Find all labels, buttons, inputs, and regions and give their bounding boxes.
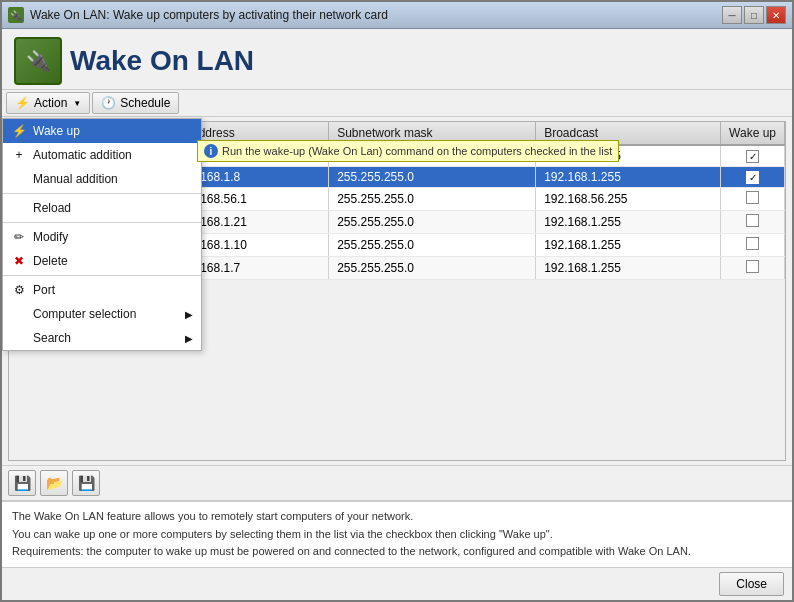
search-submenu-icon: ▶ <box>185 333 193 344</box>
menu-item-manual-addition[interactable]: Manual addition <box>3 167 201 191</box>
export-button[interactable]: 💾 <box>72 470 100 496</box>
menu-delete-label: Delete <box>33 254 68 268</box>
status-bar: The Wake On LAN feature allows you to re… <box>2 501 792 567</box>
status-line1: The Wake On LAN feature allows you to re… <box>12 508 782 526</box>
cell-subnet: 255.255.255.0 <box>329 234 536 257</box>
logo-icon: 🔌 <box>14 37 62 85</box>
cell-broadcast: 192.168.1.255 <box>536 257 721 280</box>
window-close-button[interactable]: ✕ <box>766 6 786 24</box>
cell-wakeup[interactable]: ✓ <box>721 167 785 188</box>
action-dropdown-menu: ⚡ Wake up + Automatic addition Manual ad… <box>2 118 202 351</box>
action-menu-button[interactable]: ⚡ Action ▼ <box>6 92 90 114</box>
menu-port-label: Port <box>33 283 55 297</box>
menu-separator-2 <box>3 222 201 223</box>
window-title: Wake On LAN: Wake up computers by activa… <box>30 8 388 22</box>
header-area: 🔌 Wake On LAN <box>2 29 792 90</box>
cell-wakeup[interactable]: ✓ <box>721 145 785 167</box>
menu-wake-up-label: Wake up <box>33 124 80 138</box>
menu-separator-1 <box>3 193 201 194</box>
cell-broadcast: 192.168.56.255 <box>536 188 721 211</box>
wake-up-checkbox[interactable] <box>746 260 759 273</box>
menu-item-search[interactable]: Search ▶ <box>3 326 201 350</box>
tooltip-box: i Run the wake-up (Wake On Lan) command … <box>197 140 619 162</box>
tooltip-icon: i <box>204 144 218 158</box>
save-icon: 💾 <box>14 475 31 491</box>
action-icon: ⚡ <box>15 96 30 110</box>
cell-subnet: 255.255.255.0 <box>329 188 536 211</box>
menu-item-automatic-addition[interactable]: + Automatic addition <box>3 143 201 167</box>
modify-icon: ✏ <box>11 229 27 245</box>
computer-selection-submenu-icon: ▶ <box>185 309 193 320</box>
title-bar-left: 🔌 Wake On LAN: Wake up computers by acti… <box>8 7 388 23</box>
cell-wakeup[interactable] <box>721 188 785 211</box>
wake-up-checkbox[interactable] <box>746 237 759 250</box>
maximize-button[interactable]: □ <box>744 6 764 24</box>
open-button[interactable]: 📂 <box>40 470 68 496</box>
menu-computer-selection-label: Computer selection <box>33 307 136 321</box>
manual-add-icon <box>11 171 27 187</box>
wake-up-checkbox[interactable]: ✓ <box>746 171 759 184</box>
search-menu-icon <box>11 330 27 346</box>
reload-icon <box>11 200 27 216</box>
delete-icon: ✖ <box>11 253 27 269</box>
menu-reload-label: Reload <box>33 201 71 215</box>
menu-item-wake-up[interactable]: ⚡ Wake up <box>3 119 201 143</box>
cell-subnet: 255.255.255.0 <box>329 257 536 280</box>
title-bar: 🔌 Wake On LAN: Wake up computers by acti… <box>2 2 792 29</box>
tooltip-text: Run the wake-up (Wake On Lan) command on… <box>222 145 612 157</box>
app-title-icon: 🔌 <box>8 7 24 23</box>
cell-broadcast: 192.168.1.255 <box>536 211 721 234</box>
menu-item-modify[interactable]: ✏ Modify <box>3 225 201 249</box>
menu-item-port[interactable]: ⚙ Port <box>3 278 201 302</box>
menu-search-label: Search <box>33 331 71 345</box>
schedule-icon: 🕐 <box>101 96 116 110</box>
status-line3: Requirements: the computer to wake up mu… <box>12 543 782 561</box>
cell-wakeup[interactable] <box>721 211 785 234</box>
menu-item-reload[interactable]: Reload <box>3 196 201 220</box>
auto-add-icon: + <box>11 147 27 163</box>
cell-subnet: 255.255.255.0 <box>329 167 536 188</box>
app-logo: 🔌 Wake On LAN <box>14 37 254 85</box>
bottom-row: Close <box>2 567 792 600</box>
status-line2: You can wake up one or more computers by… <box>12 526 782 544</box>
cell-wakeup[interactable] <box>721 257 785 280</box>
cell-subnet: 255.255.255.0 <box>329 211 536 234</box>
wake-up-checkbox[interactable] <box>746 214 759 227</box>
wake-up-icon: ⚡ <box>11 123 27 139</box>
cell-broadcast: 192.168.1.255 <box>536 234 721 257</box>
cell-broadcast: 192.168.1.255 <box>536 167 721 188</box>
action-arrow-icon: ▼ <box>73 99 81 108</box>
open-icon: 📂 <box>46 475 63 491</box>
toolbar: ⚡ Action ▼ 🕐 Schedule ⚡ Wake up + Automa… <box>2 90 792 117</box>
minimize-button[interactable]: ─ <box>722 6 742 24</box>
action-label: Action <box>34 96 67 110</box>
col-header-wakeup: Wake up <box>721 122 785 145</box>
computer-selection-icon <box>11 306 27 322</box>
menu-item-delete[interactable]: ✖ Delete <box>3 249 201 273</box>
app-title: Wake On LAN <box>70 45 254 77</box>
main-window: 🔌 Wake On LAN: Wake up computers by acti… <box>0 0 794 602</box>
export-icon: 💾 <box>78 475 95 491</box>
bottom-toolbar: 💾 📂 💾 <box>2 465 792 501</box>
menu-auto-add-label: Automatic addition <box>33 148 132 162</box>
close-button[interactable]: Close <box>719 572 784 596</box>
cell-wakeup[interactable] <box>721 234 785 257</box>
menu-manual-add-label: Manual addition <box>33 172 118 186</box>
port-icon: ⚙ <box>11 282 27 298</box>
wake-up-checkbox[interactable]: ✓ <box>746 150 759 163</box>
window-controls: ─ □ ✕ <box>722 6 786 24</box>
save-button[interactable]: 💾 <box>8 470 36 496</box>
menu-separator-3 <box>3 275 201 276</box>
menu-modify-label: Modify <box>33 230 68 244</box>
wake-up-checkbox[interactable] <box>746 191 759 204</box>
schedule-label: Schedule <box>120 96 170 110</box>
menu-item-computer-selection[interactable]: Computer selection ▶ <box>3 302 201 326</box>
schedule-button[interactable]: 🕐 Schedule <box>92 92 179 114</box>
